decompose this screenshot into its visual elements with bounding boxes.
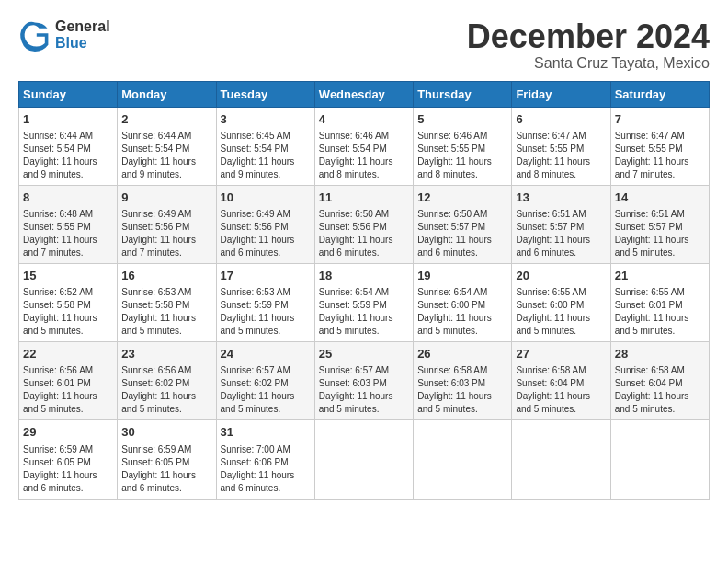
day-info: Sunrise: 6:56 AM Sunset: 6:02 PM Dayligh… (121, 364, 211, 416)
calendar-cell: 28Sunrise: 6:58 AM Sunset: 6:04 PM Dayli… (610, 342, 709, 420)
day-number: 25 (319, 346, 409, 362)
day-number: 18 (319, 268, 409, 284)
day-info: Sunrise: 6:58 AM Sunset: 6:03 PM Dayligh… (417, 364, 507, 416)
calendar-cell: 20Sunrise: 6:55 AM Sunset: 6:00 PM Dayli… (512, 263, 610, 341)
day-info: Sunrise: 6:47 AM Sunset: 5:55 PM Dayligh… (615, 130, 705, 181)
week-row-3: 15Sunrise: 6:52 AM Sunset: 5:58 PM Dayli… (19, 263, 710, 341)
calendar-cell: 2Sunrise: 6:44 AM Sunset: 5:54 PM Daylig… (118, 107, 216, 185)
day-info: Sunrise: 6:53 AM Sunset: 5:58 PM Dayligh… (121, 286, 211, 338)
day-info: Sunrise: 6:46 AM Sunset: 5:54 PM Dayligh… (319, 130, 409, 181)
day-number: 21 (615, 268, 705, 284)
month-title: December 2024 (467, 18, 710, 55)
logo: General Blue (18, 18, 110, 52)
calendar-cell: 18Sunrise: 6:54 AM Sunset: 5:59 PM Dayli… (314, 263, 413, 341)
calendar-cell: 1Sunrise: 6:44 AM Sunset: 5:54 PM Daylig… (19, 107, 118, 185)
day-number: 19 (417, 268, 507, 284)
day-info: Sunrise: 6:58 AM Sunset: 6:04 PM Dayligh… (516, 364, 606, 416)
calendar-cell: 30Sunrise: 6:59 AM Sunset: 6:05 PM Dayli… (118, 420, 216, 499)
calendar-cell: 26Sunrise: 6:58 AM Sunset: 6:03 PM Dayli… (414, 342, 512, 420)
calendar-cell: 24Sunrise: 6:57 AM Sunset: 6:02 PM Dayli… (216, 342, 314, 420)
day-number: 11 (319, 190, 409, 206)
day-info: Sunrise: 6:51 AM Sunset: 5:57 PM Dayligh… (516, 208, 606, 259)
logo-icon (18, 18, 51, 52)
day-number: 26 (417, 346, 507, 362)
calendar-cell: 21Sunrise: 6:55 AM Sunset: 6:01 PM Dayli… (610, 263, 709, 341)
day-number: 13 (516, 190, 606, 206)
day-header-monday: Monday (118, 81, 216, 107)
day-info: Sunrise: 6:49 AM Sunset: 5:56 PM Dayligh… (221, 208, 311, 259)
day-header-tuesday: Tuesday (216, 81, 314, 107)
day-number: 2 (121, 111, 211, 128)
calendar-cell (314, 420, 413, 499)
day-header-wednesday: Wednesday (314, 81, 413, 107)
day-info: Sunrise: 7:00 AM Sunset: 6:06 PM Dayligh… (221, 443, 311, 495)
day-number: 24 (221, 346, 311, 362)
week-row-4: 22Sunrise: 6:56 AM Sunset: 6:01 PM Dayli… (19, 342, 710, 420)
day-number: 5 (417, 111, 507, 128)
day-number: 12 (417, 190, 507, 206)
day-info: Sunrise: 6:44 AM Sunset: 5:54 PM Dayligh… (121, 130, 211, 181)
calendar-cell (414, 420, 512, 499)
day-info: Sunrise: 6:49 AM Sunset: 5:56 PM Dayligh… (121, 208, 211, 259)
calendar-cell: 23Sunrise: 6:56 AM Sunset: 6:02 PM Dayli… (118, 342, 216, 420)
day-info: Sunrise: 6:55 AM Sunset: 6:01 PM Dayligh… (615, 286, 705, 338)
calendar-cell: 25Sunrise: 6:57 AM Sunset: 6:03 PM Dayli… (314, 342, 413, 420)
calendar-cell (610, 420, 709, 499)
day-info: Sunrise: 6:54 AM Sunset: 5:59 PM Dayligh… (319, 286, 409, 338)
day-number: 9 (121, 190, 211, 206)
day-info: Sunrise: 6:58 AM Sunset: 6:04 PM Dayligh… (615, 364, 705, 416)
day-info: Sunrise: 6:44 AM Sunset: 5:54 PM Dayligh… (23, 130, 113, 181)
week-row-2: 8Sunrise: 6:48 AM Sunset: 5:55 PM Daylig… (19, 185, 710, 263)
logo-text: General Blue (55, 18, 110, 52)
day-info: Sunrise: 6:46 AM Sunset: 5:55 PM Dayligh… (417, 130, 507, 181)
calendar-cell: 12Sunrise: 6:50 AM Sunset: 5:57 PM Dayli… (414, 185, 512, 263)
day-number: 29 (23, 424, 113, 441)
calendar-cell: 7Sunrise: 6:47 AM Sunset: 5:55 PM Daylig… (610, 107, 709, 185)
day-info: Sunrise: 6:53 AM Sunset: 5:59 PM Dayligh… (221, 286, 311, 338)
calendar-cell: 22Sunrise: 6:56 AM Sunset: 6:01 PM Dayli… (19, 342, 118, 420)
calendar-cell: 4Sunrise: 6:46 AM Sunset: 5:54 PM Daylig… (314, 107, 413, 185)
day-number: 28 (615, 346, 705, 362)
day-number: 31 (221, 424, 311, 441)
day-number: 6 (516, 111, 606, 128)
day-header-thursday: Thursday (414, 81, 512, 107)
calendar-cell: 14Sunrise: 6:51 AM Sunset: 5:57 PM Dayli… (610, 185, 709, 263)
calendar-cell: 13Sunrise: 6:51 AM Sunset: 5:57 PM Dayli… (512, 185, 610, 263)
calendar-cell: 9Sunrise: 6:49 AM Sunset: 5:56 PM Daylig… (118, 185, 216, 263)
day-info: Sunrise: 6:55 AM Sunset: 6:00 PM Dayligh… (516, 286, 606, 338)
day-header-friday: Friday (512, 81, 610, 107)
day-info: Sunrise: 6:50 AM Sunset: 5:56 PM Dayligh… (319, 208, 409, 259)
day-number: 16 (121, 268, 211, 284)
day-number: 7 (615, 111, 705, 128)
calendar-cell: 10Sunrise: 6:49 AM Sunset: 5:56 PM Dayli… (216, 185, 314, 263)
calendar-cell: 31Sunrise: 7:00 AM Sunset: 6:06 PM Dayli… (216, 420, 314, 499)
day-info: Sunrise: 6:51 AM Sunset: 5:57 PM Dayligh… (615, 208, 705, 259)
calendar-cell: 16Sunrise: 6:53 AM Sunset: 5:58 PM Dayli… (118, 263, 216, 341)
day-info: Sunrise: 6:59 AM Sunset: 6:05 PM Dayligh… (121, 443, 211, 495)
day-info: Sunrise: 6:59 AM Sunset: 6:05 PM Dayligh… (23, 443, 113, 495)
day-number: 3 (221, 111, 311, 128)
calendar-cell: 3Sunrise: 6:45 AM Sunset: 5:54 PM Daylig… (216, 107, 314, 185)
day-info: Sunrise: 6:56 AM Sunset: 6:01 PM Dayligh… (23, 364, 113, 416)
day-number: 23 (121, 346, 211, 362)
calendar-cell (512, 420, 610, 499)
day-info: Sunrise: 6:57 AM Sunset: 6:03 PM Dayligh… (319, 364, 409, 416)
day-number: 8 (23, 190, 113, 206)
day-number: 10 (221, 190, 311, 206)
week-row-5: 29Sunrise: 6:59 AM Sunset: 6:05 PM Dayli… (19, 420, 710, 499)
day-number: 17 (221, 268, 311, 284)
day-number: 14 (615, 190, 705, 206)
day-number: 27 (516, 346, 606, 362)
calendar-cell: 11Sunrise: 6:50 AM Sunset: 5:56 PM Dayli… (314, 185, 413, 263)
calendar-cell: 6Sunrise: 6:47 AM Sunset: 5:55 PM Daylig… (512, 107, 610, 185)
calendar-cell: 17Sunrise: 6:53 AM Sunset: 5:59 PM Dayli… (216, 263, 314, 341)
day-header-saturday: Saturday (610, 81, 709, 107)
title-block: December 2024 Santa Cruz Tayata, Mexico (467, 18, 710, 72)
calendar-cell: 19Sunrise: 6:54 AM Sunset: 6:00 PM Dayli… (414, 263, 512, 341)
calendar-cell: 15Sunrise: 6:52 AM Sunset: 5:58 PM Dayli… (19, 263, 118, 341)
page-header: General Blue December 2024 Santa Cruz Ta… (18, 18, 710, 72)
day-header-sunday: Sunday (19, 81, 118, 107)
day-number: 15 (23, 268, 113, 284)
calendar-table: SundayMondayTuesdayWednesdayThursdayFrid… (18, 81, 710, 500)
calendar-cell: 8Sunrise: 6:48 AM Sunset: 5:55 PM Daylig… (19, 185, 118, 263)
